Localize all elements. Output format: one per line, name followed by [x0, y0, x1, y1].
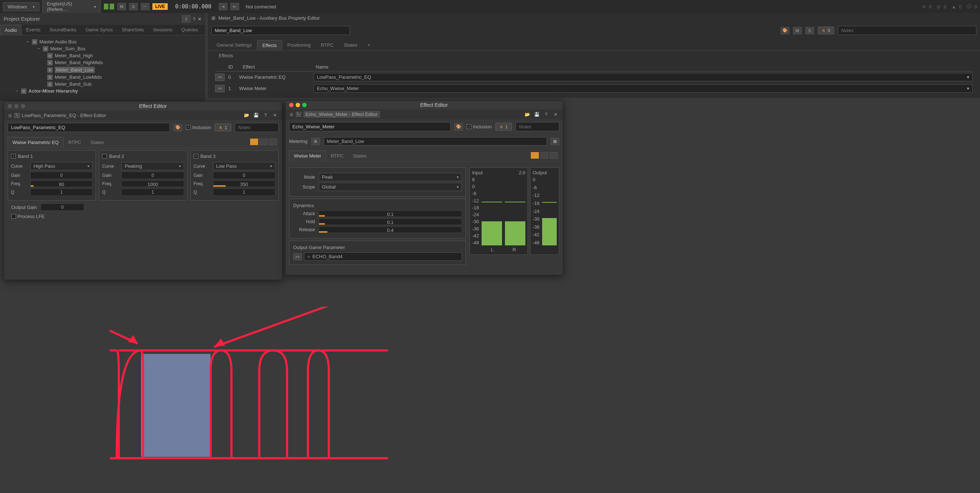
notes-input[interactable] [235, 123, 278, 132]
attack-slider[interactable]: 0.1 [319, 210, 462, 217]
metering-target-icon[interactable]: ⊞ [311, 138, 320, 145]
effect-name-input[interactable] [289, 122, 450, 131]
effect-tab[interactable]: RTPC [64, 137, 86, 148]
q-value[interactable]: 1 [213, 189, 275, 196]
project-explorer-tree[interactable]: −⊞Master Audio Bus−⊞Meter_Sum_Bus⊞Meter_… [0, 35, 205, 101]
palette-icon[interactable]: 🎨 [781, 27, 789, 34]
freq-slider[interactable]: 350 [213, 180, 275, 187]
output-gain-value[interactable]: 0 [40, 204, 84, 211]
folder-open-icon[interactable]: 📂 [243, 112, 250, 119]
gain-value[interactable]: 0 [121, 172, 184, 179]
help-icon[interactable]: ? [262, 112, 269, 119]
mute-button[interactable]: M [118, 3, 126, 10]
window-close-dot[interactable] [289, 103, 293, 107]
live-button[interactable]: LIVE [153, 3, 168, 10]
effect-row[interactable]: >>1Wwise MeterEcho_Wwise_Meter▾ [215, 83, 973, 94]
effect-tab[interactable]: States [348, 151, 371, 161]
view-mode-2[interactable] [540, 152, 548, 159]
freq-slider[interactable]: 80 [30, 180, 92, 187]
view-mode-2[interactable] [259, 138, 267, 145]
view-mode-3[interactable] [550, 152, 558, 159]
save-icon[interactable]: 💾 [533, 111, 540, 118]
q-value[interactable]: 1 [30, 189, 92, 196]
notes-input[interactable] [838, 26, 976, 35]
window-min-dot[interactable] [296, 103, 300, 107]
effect-name-input[interactable] [8, 123, 170, 132]
release-slider[interactable]: 0.4 [319, 226, 462, 233]
effect-name-dropdown[interactable]: Echo_Wwise_Meter▾ [313, 84, 973, 92]
tree-item[interactable]: ⊞Meter_Band_LowMids [7, 74, 205, 81]
activity-icon[interactable]: 〰 [141, 3, 150, 10]
tree-item[interactable]: ⊞Meter_Band_High [7, 52, 205, 59]
remote-icon[interactable]: ⇥ [219, 3, 228, 10]
freq-slider[interactable]: 1000 [121, 180, 184, 187]
property-tab[interactable]: General Settings [212, 40, 257, 50]
info-icon[interactable]: ⓘ [967, 3, 972, 10]
save-icon[interactable]: 💾 [252, 112, 259, 119]
window-max-dot[interactable] [302, 103, 307, 107]
pe-tab-events[interactable]: Events [22, 25, 45, 35]
pe-tab-soundbanks[interactable]: SoundBanks [45, 25, 81, 35]
handle-icon[interactable]: ⫼ [289, 111, 294, 117]
property-tab[interactable]: + [363, 40, 375, 50]
view-mode-1[interactable] [250, 138, 258, 145]
ogp-value-field[interactable]: ⟐ECHO_Band4 [304, 252, 462, 261]
pe-tab-queries[interactable]: Queries [177, 25, 203, 35]
gain-value[interactable]: 0 [213, 172, 275, 179]
property-tab[interactable]: Effects [257, 40, 283, 50]
error-icon[interactable]: ⊘ [937, 4, 940, 10]
close-icon[interactable]: ✕ [552, 111, 559, 118]
panel-one-icon[interactable]: 1 [182, 15, 191, 22]
language-selector[interactable]: English(US) (Refere… [42, 0, 100, 14]
band-enable-checkbox[interactable] [11, 154, 16, 159]
pe-tab-sessions[interactable]: Sessions [149, 25, 177, 35]
inclusion-checkbox[interactable]: Inclusion [186, 125, 211, 130]
scope-dropdown[interactable]: Global [319, 183, 462, 191]
close-icon[interactable]: ✕ [197, 16, 202, 22]
curve-dropdown[interactable]: Peaking [121, 162, 184, 170]
help-icon[interactable]: ? [542, 111, 550, 118]
go-button[interactable]: >> [215, 74, 224, 81]
layout-selector[interactable]: Windows [3, 2, 40, 11]
effect-tab[interactable]: RTPC [326, 151, 348, 161]
tree-item[interactable]: ⊞Meter_Band_HighMids [7, 59, 205, 66]
shareset-indicator[interactable]: ⋔1 [495, 123, 512, 130]
mode-dropdown[interactable]: Peak [319, 173, 462, 181]
shareset-indicator[interactable]: ⋔9 [818, 27, 834, 34]
curve-dropdown[interactable]: Low Pass [213, 162, 275, 170]
view-mode-3[interactable] [269, 138, 277, 145]
band-enable-checkbox[interactable] [102, 154, 107, 159]
solo-button[interactable]: S [129, 3, 138, 10]
palette-icon[interactable]: 🎨 [454, 123, 463, 130]
tree-item[interactable]: ⊞Meter_Band_Sub [7, 81, 205, 87]
tree-item[interactable]: −⊞Actor-Mixer Hierarchy [7, 87, 205, 94]
effect-tab[interactable]: Wwise Parametric EQ [8, 137, 64, 148]
mute-button[interactable]: M [793, 27, 802, 34]
pe-tab-audio[interactable]: Audio [0, 25, 22, 35]
effect-row[interactable]: >>0Wwise Parametric EQLowPass_Parametric… [215, 72, 973, 83]
property-tab[interactable]: RTPC [316, 40, 339, 50]
q-value[interactable]: 1 [121, 189, 184, 196]
notes-input[interactable] [515, 122, 559, 131]
tree-item[interactable]: −⊞Meter_Sum_Bus [7, 45, 205, 52]
handle-icon[interactable]: ⫼ [8, 113, 13, 118]
view-mode-1[interactable] [531, 152, 539, 159]
object-name-input[interactable] [212, 26, 350, 35]
close-icon[interactable]: ✕ [271, 112, 278, 119]
window-max-dot[interactable] [21, 104, 25, 108]
remote-icon-2[interactable]: ⇤ [231, 3, 239, 10]
effect-tab[interactable]: States [86, 137, 109, 148]
window-close-dot[interactable] [8, 104, 12, 108]
close-icon[interactable]: ✕ [922, 4, 926, 10]
effect-tab[interactable]: Wwise Meter [289, 151, 326, 161]
hold-slider[interactable]: 0.1 [319, 218, 462, 225]
effect-name-dropdown[interactable]: LowPass_Parametric_EQ▾ [313, 73, 973, 81]
property-tab[interactable]: Positioning [282, 40, 316, 50]
help-icon[interactable]: ? [193, 16, 196, 22]
shareset-indicator[interactable]: ⋔1 [215, 124, 231, 131]
tree-item[interactable]: ⊞Meter_Band_Low [7, 66, 205, 74]
pe-tab-game-syncs[interactable]: Game Syncs [81, 25, 118, 35]
palette-icon[interactable]: 🎨 [173, 124, 182, 131]
gain-value[interactable]: 0 [30, 172, 92, 179]
pe-tab-sharesets[interactable]: ShareSets [118, 25, 149, 35]
